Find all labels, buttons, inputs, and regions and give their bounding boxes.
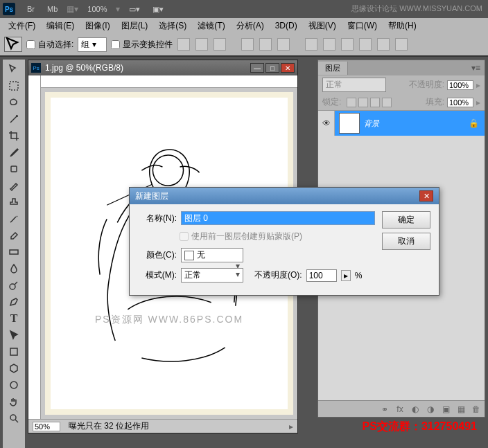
heal-tool[interactable]: [6, 161, 22, 177]
align-icon[interactable]: [241, 38, 254, 51]
wand-tool[interactable]: [6, 111, 22, 127]
view-extras-icon[interactable]: ▭▾: [124, 3, 145, 16]
distribute-icon[interactable]: [341, 38, 354, 51]
ruler-vertical[interactable]: [28, 75, 41, 419]
layer-row-background[interactable]: 👁 背景 🔒: [318, 111, 485, 136]
opacity-input[interactable]: [447, 80, 473, 90]
menu-analysis[interactable]: 分析(A): [231, 19, 270, 33]
menu-file[interactable]: 文件(F): [3, 19, 41, 33]
bridge-button[interactable]: Br: [22, 3, 40, 15]
dlg-opacity-input[interactable]: [306, 269, 337, 282]
status-menu-icon[interactable]: ▸: [289, 422, 293, 431]
eraser-tool[interactable]: [6, 228, 22, 243]
visibility-icon[interactable]: 👁: [318, 111, 335, 136]
marquee-tool[interactable]: [6, 78, 22, 93]
distribute-icon[interactable]: [395, 38, 408, 51]
menu-help[interactable]: 帮助(H): [383, 19, 422, 33]
distribute-icon[interactable]: [377, 38, 390, 51]
hand-tool[interactable]: [6, 394, 22, 409]
blur-tool[interactable]: [6, 261, 22, 276]
crop-tool[interactable]: [6, 128, 22, 143]
color-select[interactable]: 无: [181, 248, 243, 262]
ok-button[interactable]: 确定: [382, 211, 430, 229]
cancel-button[interactable]: 取消: [382, 233, 430, 250]
ruler-horizontal[interactable]: [41, 75, 297, 88]
distribute-icon[interactable]: [305, 38, 317, 51]
minimize-button[interactable]: —: [250, 63, 264, 73]
lock-all-icon[interactable]: [382, 98, 392, 107]
brush-tool[interactable]: [6, 178, 22, 193]
doc-titlebar[interactable]: Ps 1.jpg @ 50%(RGB/8) — □ ✕: [28, 60, 297, 75]
stamp-tool[interactable]: [6, 195, 22, 210]
zoom-input[interactable]: [33, 422, 60, 431]
layers-tab[interactable]: 图层: [318, 62, 348, 75]
auto-select-target[interactable]: 组 ▾: [78, 37, 106, 52]
opacity-flyout-icon[interactable]: ▸: [476, 80, 480, 90]
distribute-icon[interactable]: [359, 38, 372, 51]
layer-name[interactable]: 背景: [364, 118, 379, 129]
move-tool-preset[interactable]: [4, 37, 22, 52]
dialog-titlebar[interactable]: 新建图层 ✕: [130, 188, 439, 204]
lock-pixels-icon[interactable]: [358, 98, 368, 107]
align-icon[interactable]: [177, 38, 190, 51]
mask-icon[interactable]: ◐: [410, 404, 421, 415]
type-tool[interactable]: T: [6, 311, 22, 326]
adjustment-icon[interactable]: ◑: [425, 404, 436, 415]
align-icon[interactable]: [259, 38, 272, 51]
zoom-display[interactable]: 100%: [82, 3, 112, 15]
move-tool[interactable]: [6, 62, 22, 77]
mode-select[interactable]: 正常: [181, 268, 243, 283]
dodge-tool[interactable]: [6, 278, 22, 293]
3d-camera-tool[interactable]: [6, 377, 22, 393]
opacity-stepper-icon[interactable]: ▸: [341, 270, 351, 281]
link-layers-icon[interactable]: ⚭: [379, 404, 390, 415]
fill-input[interactable]: [447, 98, 473, 107]
history-brush-tool[interactable]: [6, 211, 22, 226]
distribute-icon[interactable]: [323, 38, 336, 51]
panel-menu-icon[interactable]: ▾≡: [467, 63, 485, 73]
screen-mode-icon[interactable]: ▣▾: [148, 3, 168, 16]
show-transform-check[interactable]: 显示变换控件: [111, 39, 173, 51]
lock-transparency-icon[interactable]: [347, 98, 356, 107]
close-button[interactable]: ✕: [281, 63, 295, 73]
path-select-tool[interactable]: [6, 328, 22, 343]
minibridge-button[interactable]: Mb: [42, 3, 62, 15]
gradient-tool[interactable]: [6, 244, 22, 260]
auto-select-check[interactable]: 自动选择:: [26, 39, 73, 51]
menu-image[interactable]: 图像(I): [80, 19, 115, 33]
menu-select[interactable]: 选择(S): [153, 19, 192, 33]
options-bar: 自动选择: 组 ▾ 显示变换控件: [0, 33, 488, 57]
layers-footer: ⚭ fx ◐ ◑ ▣ ▦ 🗑: [318, 400, 485, 417]
align-icon[interactable]: [195, 38, 208, 51]
mode-label: 模式(M):: [138, 269, 177, 281]
menu-layer[interactable]: 图层(L): [116, 19, 154, 33]
pen-tool[interactable]: [6, 294, 22, 310]
layer-name-input[interactable]: [181, 211, 375, 225]
tools-panel: T: [3, 60, 25, 448]
menu-edit[interactable]: 编辑(E): [41, 19, 80, 33]
3d-tool[interactable]: [6, 361, 22, 376]
fill-flyout-icon[interactable]: ▸: [476, 98, 480, 107]
lock-position-icon[interactable]: [370, 98, 380, 107]
new-layer-icon[interactable]: ▦: [455, 404, 467, 415]
dialog-close-button[interactable]: ✕: [419, 190, 433, 201]
align-icon[interactable]: [277, 38, 290, 51]
zoom-tool[interactable]: [6, 411, 22, 426]
blend-mode-select[interactable]: 正常: [322, 78, 386, 92]
eyedropper-tool[interactable]: [6, 145, 22, 160]
dialog-title: 新建图层: [135, 190, 168, 202]
lasso-tool[interactable]: [6, 95, 22, 110]
fx-icon[interactable]: fx: [394, 404, 406, 415]
delete-icon[interactable]: 🗑: [471, 404, 482, 415]
menu-window[interactable]: 窗口(W): [342, 19, 383, 33]
align-icon[interactable]: [214, 38, 226, 51]
menu-view[interactable]: 视图(V): [303, 19, 342, 33]
svg-rect-0: [10, 82, 18, 90]
shape-tool[interactable]: [6, 344, 22, 359]
maximize-button[interactable]: □: [265, 63, 279, 73]
menu-filter[interactable]: 滤镜(T): [192, 19, 230, 33]
menu-3d[interactable]: 3D(D): [270, 19, 303, 32]
group-icon[interactable]: ▣: [440, 404, 451, 415]
layer-thumbnail[interactable]: [339, 113, 360, 134]
lock-icon[interactable]: 🔒: [469, 118, 479, 128]
